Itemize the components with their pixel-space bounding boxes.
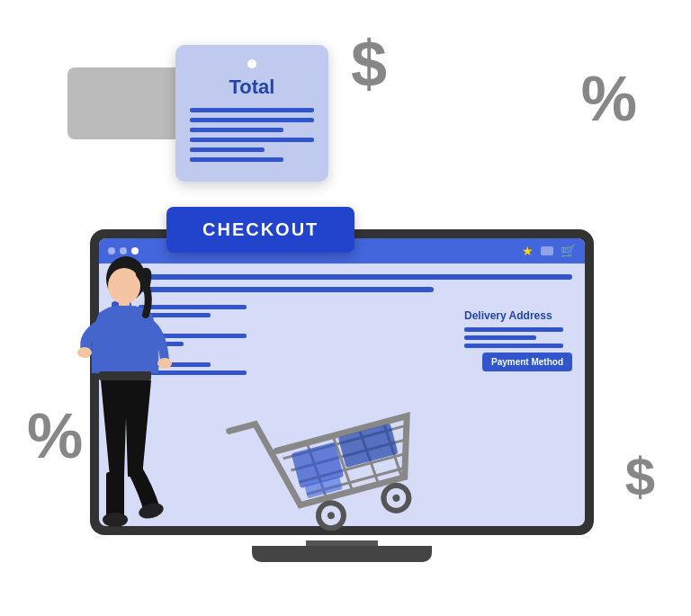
top-bar-1 [112,274,572,280]
svg-point-22 [103,513,128,527]
scene-container: $ % % $ Total CHECKOUT [0,0,691,616]
svg-rect-21 [106,472,124,517]
svg-point-11 [391,494,400,503]
receipt-total-label: Total [190,76,314,99]
rect-decoration [541,246,553,255]
svg-point-16 [108,268,140,304]
dollar-sign-bottom: $ [625,446,655,508]
delivery-address-title: Delivery Address [464,309,563,322]
payment-method-button[interactable]: Payment Method [482,353,572,371]
checkout-button[interactable]: CHECKOUT [166,207,354,253]
delivery-address-section: Delivery Address [455,304,572,357]
receipt-line-5 [190,147,265,152]
receipt-line-3 [190,128,283,132]
svg-point-20 [157,358,172,369]
dollar-sign-top: $ [351,27,387,101]
delivery-line-3 [464,344,563,348]
receipt-line-1 [190,108,314,112]
cart-icon-small: 🛒 [561,244,576,258]
percent-sign-top: % [581,63,637,135]
svg-point-10 [327,511,336,520]
receipt-card: Total [175,45,328,182]
credit-card-decoration [67,67,184,139]
receipt-line-6 [190,157,283,162]
delivery-line-1 [464,327,563,332]
delivery-line-2 [464,335,536,340]
star-icon: ★ [522,244,534,258]
topbar-icons: ★ 🛒 [522,244,576,258]
receipt-line-4 [190,138,314,142]
svg-rect-18 [99,371,151,380]
svg-point-23 [137,501,165,522]
svg-point-19 [77,347,92,358]
receipt-pin [247,59,256,68]
receipt-line-2 [190,118,314,122]
person-figure [72,243,180,567]
person-svg [72,243,180,567]
